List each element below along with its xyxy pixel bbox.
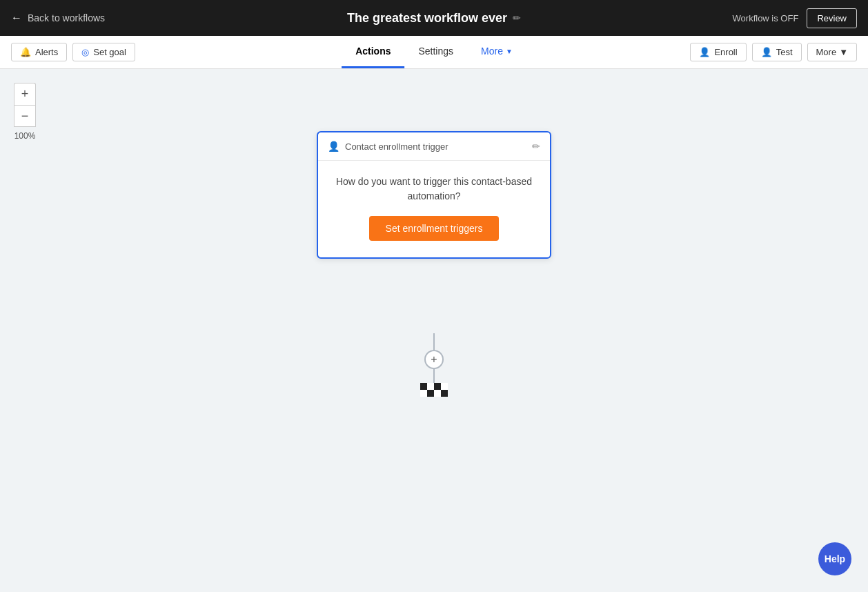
top-nav-right: Workflow is OFF Review	[733, 8, 857, 28]
goal-icon: ◎	[81, 47, 89, 57]
enroll-label: Enroll	[714, 47, 737, 57]
connector-line-bottom	[433, 369, 435, 383]
review-button[interactable]: Review	[807, 8, 857, 28]
trigger-card-header-left: 👤 Contact enrollment trigger	[328, 141, 448, 152]
tab-actions[interactable]: Actions	[342, 36, 404, 68]
workflow-title-area: The greatest workflow ever ✏	[347, 11, 521, 26]
tab-more-arrow-icon: ▼	[506, 48, 513, 55]
set-goal-label: Set goal	[93, 47, 126, 57]
flag-cell	[427, 383, 434, 390]
flag-cell	[441, 383, 448, 390]
flag-cell	[434, 390, 441, 397]
set-goal-button[interactable]: ◎ Set goal	[72, 43, 135, 61]
trigger-card-edit-icon[interactable]: ✏	[532, 141, 540, 152]
back-label: Back to workflows	[28, 12, 105, 23]
add-node-button[interactable]: +	[424, 350, 444, 369]
alerts-icon: 🔔	[20, 47, 31, 57]
secondary-nav: 🔔 Alerts ◎ Set goal Actions Settings Mor…	[0, 36, 868, 69]
workflow-title: The greatest workflow ever	[347, 11, 507, 26]
end-flag	[420, 383, 448, 397]
test-icon: 👤	[761, 47, 772, 57]
tabs-area: Actions Settings More ▼	[342, 36, 526, 68]
flag-cell	[427, 390, 434, 397]
back-to-workflows-link[interactable]: ← Back to workflows	[11, 12, 105, 24]
zoom-level: 100%	[14, 131, 36, 141]
trigger-card-body: How do you want to trigger this contact-…	[318, 161, 550, 257]
tab-more[interactable]: More ▼	[467, 36, 526, 68]
back-arrow-icon: ←	[11, 12, 22, 24]
workflow-status: Workflow is OFF	[733, 13, 799, 23]
edit-title-icon[interactable]: ✏	[513, 12, 521, 23]
set-enrollment-triggers-button[interactable]: Set enrollment triggers	[369, 216, 500, 241]
alerts-label: Alerts	[35, 47, 58, 57]
connector-line-top	[433, 333, 435, 350]
flag-cell	[420, 383, 427, 390]
trigger-card-body-text: How do you want to trigger this contact-…	[332, 175, 536, 204]
trigger-card-header-label: Contact enrollment trigger	[345, 141, 448, 152]
help-button[interactable]: Help	[818, 542, 851, 575]
secondary-nav-right: 👤 Enroll 👤 Test More ▼	[690, 43, 857, 61]
tab-actions-label: Actions	[355, 46, 391, 57]
connector-area: +	[424, 333, 444, 383]
more-right-arrow-icon: ▼	[839, 47, 848, 57]
flag-cell	[441, 390, 448, 397]
top-nav: ← Back to workflows The greatest workflo…	[0, 0, 868, 36]
flag-cell	[420, 390, 427, 397]
enroll-button[interactable]: 👤 Enroll	[690, 43, 746, 61]
zoom-out-button[interactable]: −	[14, 105, 36, 127]
zoom-in-button[interactable]: +	[14, 83, 36, 105]
secondary-nav-left: 🔔 Alerts ◎ Set goal	[11, 43, 135, 61]
test-button[interactable]: 👤 Test	[752, 43, 802, 61]
test-label: Test	[776, 47, 793, 57]
enroll-icon: 👤	[699, 47, 710, 57]
trigger-card-header: 👤 Contact enrollment trigger ✏	[318, 132, 550, 161]
flag-cell	[434, 383, 441, 390]
tab-settings[interactable]: Settings	[404, 36, 467, 68]
tab-more-label: More	[481, 46, 503, 57]
workflow-canvas: + − 100% 👤 Contact enrollment trigger ✏ …	[0, 69, 868, 592]
more-button-right[interactable]: More ▼	[807, 43, 858, 61]
zoom-controls: + − 100%	[14, 83, 36, 141]
person-icon: 👤	[328, 141, 339, 152]
more-right-label: More	[816, 47, 837, 57]
alerts-button[interactable]: 🔔 Alerts	[11, 43, 67, 61]
trigger-card: 👤 Contact enrollment trigger ✏ How do yo…	[317, 131, 551, 259]
tab-settings-label: Settings	[418, 46, 453, 57]
